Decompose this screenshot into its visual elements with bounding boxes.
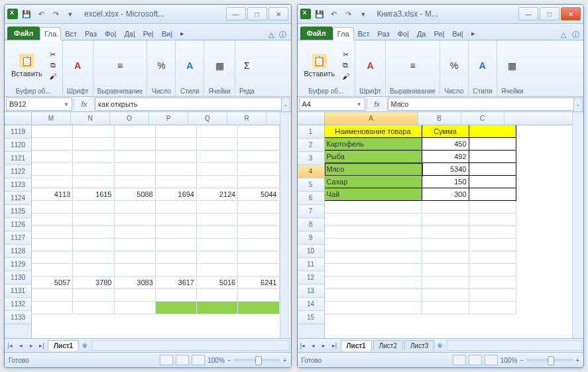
horizontal-scrollbar[interactable] xyxy=(91,340,289,351)
row-header[interactable]: 1120 xyxy=(5,139,31,152)
cell[interactable]: Чай xyxy=(325,188,422,201)
close-button[interactable]: ✕ xyxy=(561,7,581,21)
cell[interactable] xyxy=(238,214,279,226)
prev-sheet-button[interactable]: ◂ xyxy=(308,340,319,351)
row-header[interactable]: 1127 xyxy=(5,231,31,245)
cell[interactable] xyxy=(156,302,197,314)
help-icon[interactable]: ⓘ xyxy=(278,29,288,40)
cells-button[interactable]: ▦ xyxy=(209,57,229,74)
row-header[interactable]: 12 xyxy=(298,271,324,284)
cell[interactable]: 5088 xyxy=(115,188,156,201)
cell[interactable]: 150 xyxy=(422,176,469,188)
cell[interactable] xyxy=(115,214,156,226)
cell[interactable]: 5340 xyxy=(422,163,469,176)
titlebar[interactable]: 💾 ↶ ↷ ▾ excel.xlsx - Microsoft... — □ ✕ xyxy=(5,5,291,24)
page-layout-button[interactable] xyxy=(469,355,482,365)
cell[interactable] xyxy=(115,289,156,302)
number-button[interactable]: % xyxy=(151,57,171,74)
cell[interactable]: 6241 xyxy=(238,277,279,289)
cell[interactable]: 1615 xyxy=(73,188,114,201)
sheet-tab[interactable]: Лист3 xyxy=(404,340,434,351)
row-header[interactable]: 1125 xyxy=(5,205,31,218)
redo-icon[interactable]: ↷ xyxy=(50,8,62,20)
tab-more[interactable]: ▸ xyxy=(176,27,188,40)
cell[interactable] xyxy=(422,239,469,251)
cell[interactable] xyxy=(32,214,73,226)
cell[interactable] xyxy=(469,188,516,201)
cell[interactable] xyxy=(197,125,238,138)
new-sheet-button[interactable]: ⊕ xyxy=(435,340,445,351)
new-sheet-button[interactable]: ⊕ xyxy=(80,340,90,351)
cell[interactable] xyxy=(115,138,156,151)
qat-more-icon[interactable]: ▾ xyxy=(357,8,369,20)
cell[interactable] xyxy=(325,264,422,277)
cell[interactable]: 492 xyxy=(422,151,469,163)
qat-more-icon[interactable]: ▾ xyxy=(64,8,76,20)
minimize-ribbon-icon[interactable]: △ xyxy=(266,29,276,40)
cell[interactable] xyxy=(469,176,516,188)
cell[interactable] xyxy=(156,289,197,302)
row-header[interactable]: 1126 xyxy=(5,218,31,231)
cell[interactable] xyxy=(73,289,114,302)
cell[interactable] xyxy=(469,163,516,176)
cell[interactable] xyxy=(73,214,114,226)
cell[interactable]: 5044 xyxy=(238,188,279,201)
cell[interactable] xyxy=(73,163,114,176)
undo-icon[interactable]: ↶ xyxy=(35,8,47,20)
cell[interactable] xyxy=(422,302,469,314)
cell[interactable] xyxy=(197,214,238,226)
row-header[interactable]: 2 xyxy=(298,139,324,152)
alignment-button[interactable]: ≡ xyxy=(402,57,422,74)
first-sheet-button[interactable]: |◂ xyxy=(298,340,308,351)
row-header[interactable]: 1124 xyxy=(5,192,31,205)
cell[interactable] xyxy=(469,226,516,239)
tab-more[interactable]: ▸ xyxy=(467,27,479,40)
cell[interactable]: 4113 xyxy=(32,188,73,201)
zoom-out-button[interactable]: − xyxy=(520,357,524,364)
cell[interactable] xyxy=(156,239,197,251)
cell[interactable] xyxy=(325,302,422,314)
cell[interactable]: 3780 xyxy=(73,277,114,289)
cell[interactable] xyxy=(469,138,516,151)
last-sheet-button[interactable]: ▸| xyxy=(36,340,47,351)
row-header[interactable]: 5 xyxy=(298,178,324,192)
cell[interactable] xyxy=(115,163,156,176)
paste-button[interactable]: 📋 Вставить xyxy=(302,52,338,79)
cell[interactable] xyxy=(238,251,279,264)
cell[interactable]: Сахар xyxy=(325,176,422,188)
cell[interactable] xyxy=(32,138,73,151)
cell[interactable] xyxy=(32,226,73,239)
maximize-button[interactable]: □ xyxy=(540,7,559,21)
minimize-ribbon-icon[interactable]: △ xyxy=(558,29,569,40)
cell[interactable] xyxy=(197,138,238,151)
cell[interactable] xyxy=(469,289,516,302)
name-box[interactable]: B912▼ xyxy=(6,97,72,111)
paste-button[interactable]: 📋 Вставить xyxy=(9,52,45,79)
cell[interactable] xyxy=(73,264,114,277)
row-header[interactable]: 1132 xyxy=(5,298,31,311)
sheet-tab[interactable]: Лист1 xyxy=(48,340,79,351)
cell[interactable] xyxy=(325,214,422,226)
cell[interactable] xyxy=(32,201,73,214)
select-all-corner[interactable] xyxy=(5,112,31,125)
column-header[interactable]: O xyxy=(110,112,149,125)
minimize-button[interactable]: — xyxy=(518,7,538,21)
cell[interactable]: 5057 xyxy=(32,277,73,289)
cell[interactable] xyxy=(156,163,197,176)
row-header[interactable]: 1121 xyxy=(5,152,31,165)
cell[interactable] xyxy=(238,163,279,176)
cell[interactable] xyxy=(422,277,469,289)
cell[interactable]: 1694 xyxy=(156,188,197,201)
cell[interactable] xyxy=(32,264,73,277)
first-sheet-button[interactable]: |◂ xyxy=(5,340,15,351)
cell[interactable] xyxy=(115,302,156,314)
format-painter-icon[interactable]: 🖌 xyxy=(340,72,351,81)
cell[interactable] xyxy=(156,226,197,239)
cell[interactable]: 3083 xyxy=(115,277,156,289)
cell[interactable] xyxy=(422,214,469,226)
row-header[interactable]: 6 xyxy=(298,192,324,205)
zoom-out-button[interactable]: − xyxy=(227,357,231,364)
cell[interactable] xyxy=(115,239,156,251)
cell[interactable] xyxy=(115,264,156,277)
copy-icon[interactable]: ⧉ xyxy=(340,61,351,70)
